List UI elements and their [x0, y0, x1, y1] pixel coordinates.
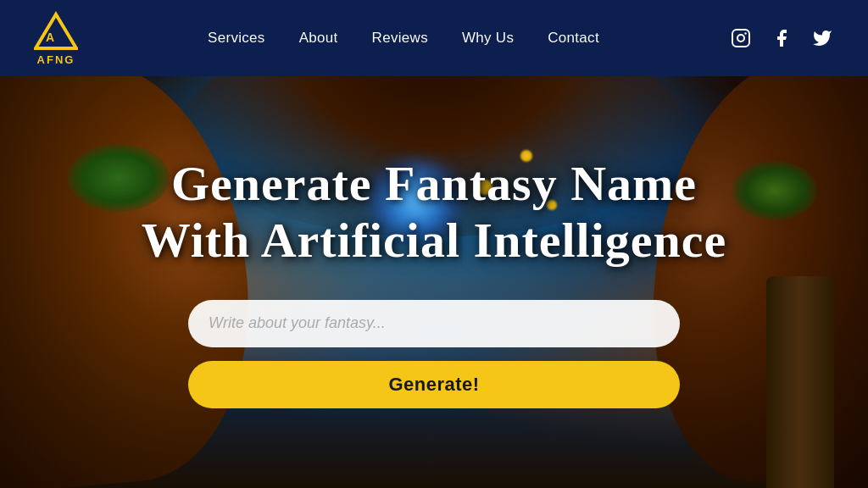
svg-rect-2 — [732, 30, 749, 47]
hero-title: Generate Fantasy Name With Artificial In… — [142, 156, 727, 269]
generate-button[interactable]: Generate! — [188, 361, 680, 408]
svg-point-3 — [737, 35, 744, 42]
twitter-icon[interactable] — [810, 26, 834, 50]
instagram-icon[interactable] — [729, 26, 753, 50]
hero-title-line1: Generate Fantasy Name — [171, 156, 697, 211]
social-icons — [729, 26, 834, 50]
hero-section: Generate Fantasy Name With Artificial In… — [0, 76, 868, 488]
nav-link-about[interactable]: About — [299, 30, 338, 46]
navbar: A AFNG Services About Reviews Why Us Con… — [0, 0, 868, 76]
facebook-icon[interactable] — [770, 26, 793, 50]
svg-point-4 — [744, 32, 746, 34]
nav-link-why-us[interactable]: Why Us — [462, 30, 514, 46]
nav-item-contact[interactable]: Contact — [548, 30, 599, 47]
nav-item-about[interactable]: About — [299, 30, 338, 47]
nav-item-reviews[interactable]: Reviews — [372, 30, 428, 47]
logo-icon: A — [34, 11, 78, 52]
fantasy-input[interactable] — [188, 300, 680, 347]
hero-content: Generate Fantasy Name With Artificial In… — [0, 156, 868, 408]
logo-text: AFNG — [37, 53, 75, 66]
nav-item-why-us[interactable]: Why Us — [462, 30, 514, 47]
nav-links: Services About Reviews Why Us Contact — [208, 30, 599, 47]
hero-title-line2: With Artificial Intelligence — [142, 213, 727, 268]
nav-link-services[interactable]: Services — [208, 30, 265, 46]
svg-marker-0 — [36, 14, 76, 48]
logo[interactable]: A AFNG — [34, 11, 78, 66]
nav-link-reviews[interactable]: Reviews — [372, 30, 428, 46]
nav-item-services[interactable]: Services — [208, 30, 265, 47]
svg-text:A: A — [46, 30, 54, 44]
nav-link-contact[interactable]: Contact — [548, 30, 599, 46]
